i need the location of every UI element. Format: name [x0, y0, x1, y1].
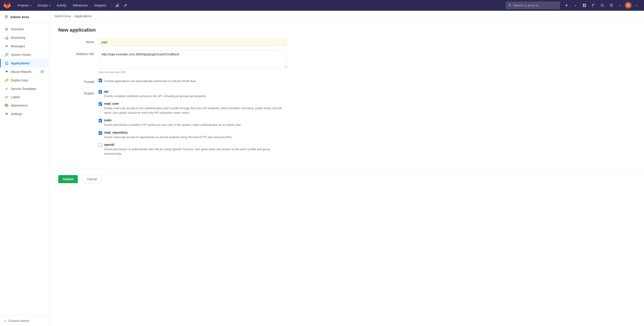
- scope-read-user: read_user Grants read-only access to the…: [98, 102, 287, 115]
- help-dropdown-icon[interactable]: ▾: [616, 1, 624, 10]
- cancel-button[interactable]: Cancel: [82, 175, 102, 183]
- trusted-checkbox[interactable]: [98, 79, 102, 82]
- sidebar-item-labels[interactable]: 🏷 Labels: [0, 93, 49, 101]
- svg-rect-5: [583, 6, 584, 7]
- abuse-reports-badge: 0: [40, 70, 44, 74]
- panel-icon[interactable]: [580, 1, 588, 10]
- scope-api-checkbox[interactable]: [98, 90, 102, 94]
- scope-openid-checkbox[interactable]: [98, 143, 102, 147]
- sidebar-item-appearance[interactable]: 🎨 Appearance: [0, 101, 49, 110]
- svg-point-12: [611, 6, 611, 6]
- avatar-dropdown-icon[interactable]: ▾: [632, 1, 640, 10]
- sidebar-item-overview[interactable]: ⊞ Overview: [0, 25, 49, 34]
- svg-rect-6: [584, 6, 586, 7]
- trusted-field-container: Trusted applications are automatically a…: [98, 78, 287, 85]
- scope-api-label: api: [104, 90, 108, 93]
- sidebar-item-messages[interactable]: ✉ Messages: [0, 42, 49, 51]
- sidebar-item-abuse-reports[interactable]: ⚑ Abuse Reports 0: [0, 68, 49, 76]
- nav-activity[interactable]: Activity: [54, 0, 70, 11]
- hook-icon: 🔗: [4, 53, 8, 57]
- new-application-form: New application Name Redirect URI http:/…: [49, 22, 296, 169]
- label-icon: 🏷: [4, 95, 8, 99]
- svg-rect-0: [116, 6, 116, 7]
- grid-icon: ⊞: [4, 27, 8, 31]
- name-input[interactable]: [98, 38, 287, 46]
- scope-read-user-label: read_user: [104, 102, 119, 105]
- sidebar-nav: ⊞ Overview 📊 Monitoring ✉ Messages 🔗 Sys…: [0, 23, 49, 120]
- page-title: New application: [58, 27, 287, 33]
- search-box[interactable]: 🔍: [506, 2, 560, 9]
- form-actions: Submit Cancel: [49, 169, 644, 189]
- avatar[interactable]: A: [625, 2, 632, 9]
- app-icon: ◫: [4, 61, 8, 65]
- scope-openid: openid Grants permission to authenticate…: [98, 143, 287, 156]
- name-label: Name: [58, 38, 98, 44]
- scope-read-user-checkbox[interactable]: [98, 102, 102, 106]
- sidebar-item-settings[interactable]: ⚙ Settings: [0, 110, 49, 118]
- breadcrumb-parent-link[interactable]: Admin Area: [55, 14, 71, 18]
- plus-icon[interactable]: [562, 1, 570, 10]
- trusted-description: Trusted applications are automatically a…: [104, 79, 196, 83]
- message-icon: ✉: [4, 44, 8, 48]
- scope-read-repository-checkbox[interactable]: [98, 131, 102, 135]
- sidebar: ⚙ Admin Area ⊞ Overview 📊 Monitoring ✉ M…: [0, 11, 49, 326]
- scope-read-repository-label: read_repository: [104, 131, 128, 134]
- main-content: Admin Area › Applications New applicatio…: [49, 11, 644, 326]
- scope-read-user-desc: Grants read-only access to the authentic…: [104, 106, 287, 115]
- scopes-field-group: Scopes api Grants complete read/write ac…: [58, 90, 287, 160]
- scopes-label: Scopes: [58, 90, 98, 95]
- breadcrumb-current: Applications: [74, 14, 92, 18]
- svg-rect-4: [584, 4, 586, 5]
- wrench-icon[interactable]: [121, 1, 129, 10]
- redirect-uri-help: Use one line per URI: [98, 70, 287, 74]
- nav-snippets[interactable]: Snippets: [91, 0, 109, 11]
- main-layout: ⚙ Admin Area ⊞ Overview 📊 Monitoring ✉ M…: [0, 11, 644, 326]
- name-field-container: [98, 38, 287, 46]
- trusted-label: Trusted: [58, 78, 98, 84]
- content-area: Admin Area › Applications New applicatio…: [49, 11, 644, 326]
- trusted-checkbox-row: Trusted applications are automatically a…: [98, 78, 287, 83]
- submit-button[interactable]: Submit: [58, 175, 78, 183]
- redirect-uri-field-container: http://yapi.example.com:3000/api/plugin/…: [98, 51, 287, 74]
- search-icon: 🔍: [508, 4, 512, 7]
- settings-icon: ⚙: [4, 112, 8, 116]
- svg-point-7: [592, 4, 593, 5]
- sidebar-item-monitoring[interactable]: 📊 Monitoring: [0, 34, 49, 42]
- scope-sudo: sudo Grants permission to perform API ac…: [98, 118, 287, 127]
- sidebar-item-applications[interactable]: ◫ Applications: [0, 59, 49, 68]
- collapse-sidebar-button[interactable]: « Collapse sidebar: [0, 315, 49, 326]
- issues-icon[interactable]: [598, 1, 606, 10]
- search-input[interactable]: [513, 4, 557, 7]
- scope-api: api Grants complete read/write access to…: [98, 90, 287, 98]
- breadcrumb: Admin Area › Applications: [49, 11, 644, 22]
- nav-projects[interactable]: Projects ▾: [14, 0, 34, 11]
- merge-request-icon[interactable]: [589, 1, 598, 10]
- scope-sudo-desc: Grants permission to perform API actions…: [104, 123, 242, 127]
- plus-dropdown-icon[interactable]: ▾: [572, 1, 580, 10]
- scope-openid-label: openid: [104, 143, 114, 146]
- sidebar-item-deploy-keys[interactable]: 🔑 Deploy Keys: [0, 76, 49, 85]
- svg-rect-1: [117, 5, 118, 7]
- projects-chevron-icon: ▾: [30, 4, 31, 7]
- gitlab-logo[interactable]: [4, 2, 11, 9]
- redirect-uri-input[interactable]: http://yapi.example.com:3000/api/plugin/…: [98, 51, 287, 68]
- scope-sudo-checkbox[interactable]: [98, 119, 102, 122]
- redirect-uri-field-group: Redirect URI http://yapi.example.com:300…: [58, 51, 287, 74]
- flag-icon: ⚑: [4, 70, 8, 74]
- help-icon[interactable]: [607, 1, 615, 10]
- top-navigation: Projects ▾ Groups ▾ Activity Milestones …: [0, 0, 644, 11]
- analytics-icon[interactable]: [113, 1, 121, 10]
- sidebar-header: ⚙ Admin Area: [0, 11, 49, 23]
- sidebar-item-service-templates[interactable]: ⛭ Service Templates: [0, 85, 49, 93]
- trusted-field-group: Trusted Trusted applications are automat…: [58, 78, 287, 85]
- svg-point-9: [594, 4, 595, 5]
- svg-rect-3: [583, 4, 584, 5]
- name-field-group: Name: [58, 38, 287, 46]
- nav-milestones[interactable]: Milestones: [70, 0, 91, 11]
- monitor-icon: 📊: [4, 36, 8, 40]
- nav-groups[interactable]: Groups ▾: [34, 0, 54, 11]
- breadcrumb-separator: ›: [72, 14, 73, 18]
- svg-rect-2: [118, 4, 118, 7]
- scope-read-repository: read_repository Grants read-only access …: [98, 131, 287, 139]
- sidebar-item-system-hooks[interactable]: 🔗 System Hooks: [0, 51, 49, 59]
